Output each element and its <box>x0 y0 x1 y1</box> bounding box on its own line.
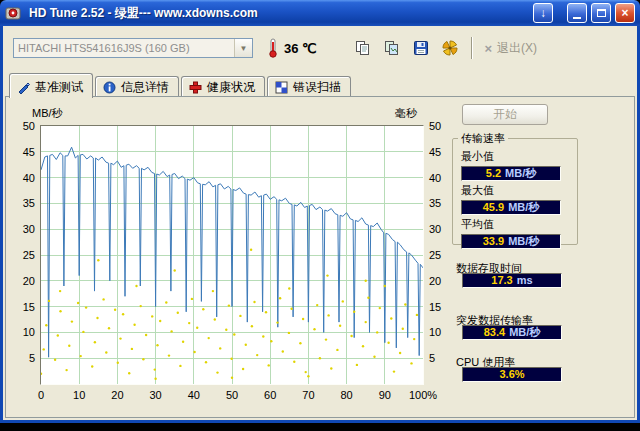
save-button[interactable] <box>406 35 435 61</box>
title-bar[interactable]: HD Tune 2.52 - 绿盟--- www.xdowns.com ↓ × <box>0 0 640 26</box>
save-icon <box>413 40 429 56</box>
download-icon: ↓ <box>540 7 546 19</box>
benchmark-panel: MB/秒 毫秒 开始 传输速率 最小值 5.2 MB/秒 最大值 45.9 MB… <box>5 96 635 418</box>
x-axis-tick: 80 <box>329 389 365 401</box>
cpu-usage-value: 3.6% <box>499 369 524 380</box>
avg-value: 33.9 <box>483 236 504 247</box>
x-axis-tick: 40 <box>176 389 212 401</box>
access-time-box: 17.3 ms <box>462 273 562 288</box>
x-axis-tick: 50 <box>214 389 250 401</box>
x-axis-tick: 90 <box>367 389 403 401</box>
y-axis-tick-right: 25 <box>429 249 441 261</box>
exit-x-icon: × <box>484 41 492 56</box>
y-axis-tick-right: 35 <box>429 197 441 209</box>
min-value: 5.2 <box>486 168 501 179</box>
min-value-box: 5.2 MB/秒 <box>461 166 561 181</box>
toolbar-buttons: × 退出(X) <box>348 35 627 61</box>
y-left-axis-title: MB/秒 <box>32 106 63 121</box>
tab-error-scan-label: 错误扫描 <box>293 79 341 96</box>
toolbar-separator <box>471 37 473 59</box>
cpu-usage-box: 3.6% <box>462 367 562 382</box>
benchmark-chart-svg <box>41 126 423 384</box>
transfer-rate-group-title: 传输速率 <box>458 131 508 146</box>
burst-rate-box: 83.4 MB/秒 <box>462 325 562 340</box>
start-button[interactable]: 开始 <box>462 104 548 125</box>
x-axis-tick: 30 <box>138 389 174 401</box>
window-title: HD Tune 2.52 - 绿盟--- www.xdowns.com <box>29 5 529 22</box>
y-axis-tick-left: 35 <box>8 197 35 209</box>
burst-rate-value: 83.4 <box>484 327 505 338</box>
y-axis-tick-left: 15 <box>8 301 35 313</box>
y-axis-tick-right: 10 <box>429 326 441 338</box>
y-axis-tick-right: 45 <box>429 146 441 158</box>
access-time-unit: ms <box>517 275 533 286</box>
y-axis-tick-left: 5 <box>8 352 35 364</box>
y-axis-tick-right: 30 <box>429 223 441 235</box>
y-axis-tick-left: 10 <box>8 326 35 338</box>
x-axis-tick: 0 <box>23 389 59 401</box>
y-axis-tick-right: 5 <box>429 352 435 364</box>
y-axis-tick-right: 15 <box>429 301 441 313</box>
info-icon <box>103 81 116 94</box>
temperature-indicator: 36 ℃ <box>267 38 317 58</box>
tab-benchmark[interactable]: 基准测试 <box>9 73 93 98</box>
access-time-value: 17.3 <box>491 275 512 286</box>
avg-value-label: 平均值 <box>461 217 569 232</box>
app-icon <box>5 5 21 21</box>
copy-image-icon <box>384 40 400 56</box>
copy-image-button[interactable] <box>377 35 406 61</box>
min-value-label: 最小值 <box>461 149 569 164</box>
y-axis-tick-left: 40 <box>8 172 35 184</box>
tab-health-label: 健康状况 <box>207 79 255 96</box>
copy-text-icon <box>355 40 371 56</box>
options-icon <box>442 40 458 56</box>
x-axis-tick: 10 <box>61 389 97 401</box>
maximize-icon <box>597 9 606 17</box>
burst-rate-unit: MB/秒 <box>509 327 540 338</box>
y-axis-tick-left: 45 <box>8 146 35 158</box>
tab-strip: 基准测试 信息详情 健康状况 错误扫描 <box>5 70 635 97</box>
maximize-button[interactable] <box>591 3 611 23</box>
y-axis-tick-right: 40 <box>429 172 441 184</box>
tab-benchmark-label: 基准测试 <box>35 79 83 96</box>
exit-button[interactable]: × 退出(X) <box>480 38 541 59</box>
chevron-down-icon: ▼ <box>234 39 252 57</box>
tab-info[interactable]: 信息详情 <box>95 76 179 97</box>
health-icon <box>189 81 202 94</box>
y-axis-tick-left: 25 <box>8 249 35 261</box>
copy-text-button[interactable] <box>348 35 377 61</box>
x-axis-tick: 100% <box>405 389 441 401</box>
max-value: 45.9 <box>483 202 504 213</box>
toolbar: HITACHI HTS541616J9S (160 GB) ▼ 36 ℃ <box>3 26 637 70</box>
benchmark-icon <box>17 81 30 94</box>
close-icon: × <box>621 7 628 19</box>
benchmark-chart <box>40 125 424 385</box>
min-unit: MB/秒 <box>505 168 536 179</box>
x-axis-tick: 60 <box>252 389 288 401</box>
max-unit: MB/秒 <box>508 202 539 213</box>
options-button[interactable] <box>435 35 464 61</box>
tab-health[interactable]: 健康状况 <box>181 76 265 97</box>
scan-icon <box>275 81 288 94</box>
max-value-box: 45.9 MB/秒 <box>461 200 561 215</box>
minimize-button[interactable] <box>567 3 587 23</box>
y-axis-tick-left: 50 <box>8 120 35 132</box>
drive-select-value: HITACHI HTS541616J9S (160 GB) <box>14 42 234 54</box>
temperature-label: 36 ℃ <box>284 41 317 56</box>
minimize-icon <box>573 17 581 19</box>
thermometer-icon <box>267 38 279 58</box>
x-axis-tick: 70 <box>290 389 326 401</box>
exit-label: 退出(X) <box>497 40 537 57</box>
avg-unit: MB/秒 <box>508 236 539 247</box>
download-button[interactable]: ↓ <box>533 3 553 23</box>
y-axis-tick-left: 30 <box>8 223 35 235</box>
y-axis-tick-right: 20 <box>429 275 441 287</box>
close-button[interactable]: × <box>615 3 635 23</box>
tab-info-label: 信息详情 <box>121 79 169 96</box>
tab-error-scan[interactable]: 错误扫描 <box>267 76 351 97</box>
y-axis-tick-left: 20 <box>8 275 35 287</box>
x-axis-tick: 20 <box>99 389 135 401</box>
avg-value-box: 33.9 MB/秒 <box>461 234 561 249</box>
drive-select[interactable]: HITACHI HTS541616J9S (160 GB) ▼ <box>13 38 253 58</box>
y-right-axis-title: 毫秒 <box>395 106 417 121</box>
